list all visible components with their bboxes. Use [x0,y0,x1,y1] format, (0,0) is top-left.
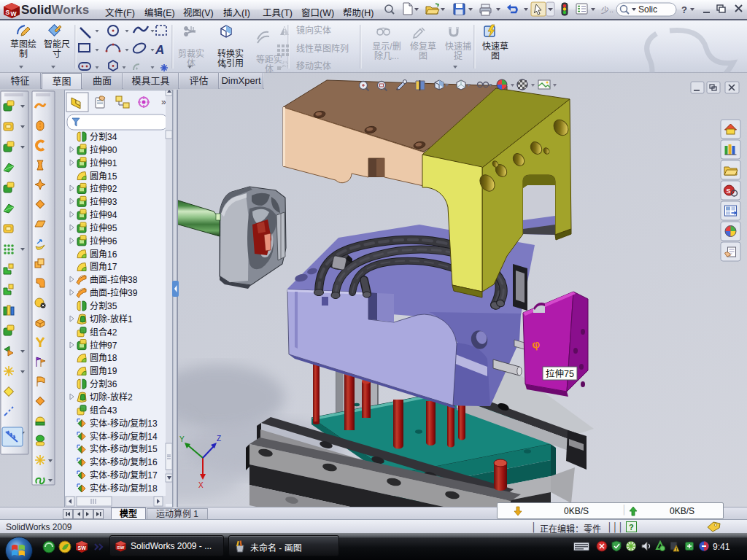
svg-text:组合43: 组合43 [90,405,117,416]
svg-text:拉伸92: 拉伸92 [90,183,117,194]
svg-text:分割36: 分割36 [90,378,117,389]
svg-text:拉伸93: 拉伸93 [90,196,117,207]
svg-text:Z: Z [217,435,221,443]
svg-text:圆角15: 圆角15 [90,171,117,182]
svg-text:S: S [6,9,10,16]
svg-text:圆角16: 圆角16 [90,249,117,260]
svg-text:实体-移动/复制14: 实体-移动/复制14 [90,431,158,442]
svg-text:Solic: Solic [638,4,657,15]
svg-text:圆角17: 圆角17 [90,262,117,272]
svg-text:?: ? [629,523,634,532]
svg-text:拉伸95: 拉伸95 [90,222,117,233]
svg-text:组合42: 组合42 [90,327,117,338]
svg-text:拉伸75: 拉伸75 [546,368,574,379]
svg-text:拉伸94: 拉伸94 [90,209,117,220]
svg-text:X: X [198,481,204,489]
svg-text:!: ! [676,547,677,552]
svg-text:W: W [11,10,18,18]
svg-text:实体-移动/复制13: 实体-移动/复制13 [90,418,158,429]
svg-text:分割34: 分割34 [90,131,117,142]
svg-text:A: A [155,43,164,57]
svg-text:Y: Y [179,435,185,443]
svg-text:圆角18: 圆角18 [90,353,117,363]
svg-text:曲面-拉伸38: 曲面-拉伸38 [90,274,138,285]
svg-text:少..: 少.. [601,5,614,14]
svg-text:实体-移动/复制16: 实体-移动/复制16 [90,456,158,467]
svg-text:曲面-拉伸39: 曲面-拉伸39 [90,287,138,298]
svg-text:分割35: 分割35 [90,300,117,311]
svg-text:切除-放样1: 切除-放样1 [90,314,133,324]
svg-text:实体-移动/复制18: 实体-移动/复制18 [90,483,158,494]
svg-text:实体-移动/复制15: 实体-移动/复制15 [90,443,158,454]
svg-text:拉伸96: 拉伸96 [90,236,117,246]
svg-text:»: » [161,97,166,107]
svg-text:S: S [727,187,731,195]
svg-text:圆角19: 圆角19 [90,366,117,376]
svg-text:?: ? [681,4,687,15]
svg-text:SW: SW [78,545,87,551]
svg-text:拉伸97: 拉伸97 [90,340,117,351]
svg-text:实体-移动/复制17: 实体-移动/复制17 [90,470,158,481]
svg-text:切除-放样2: 切除-放样2 [90,392,133,402]
svg-text:SW: SW [117,545,124,550]
svg-text:拉伸90: 拉伸90 [90,144,117,155]
svg-text:拉伸91: 拉伸91 [90,158,117,168]
